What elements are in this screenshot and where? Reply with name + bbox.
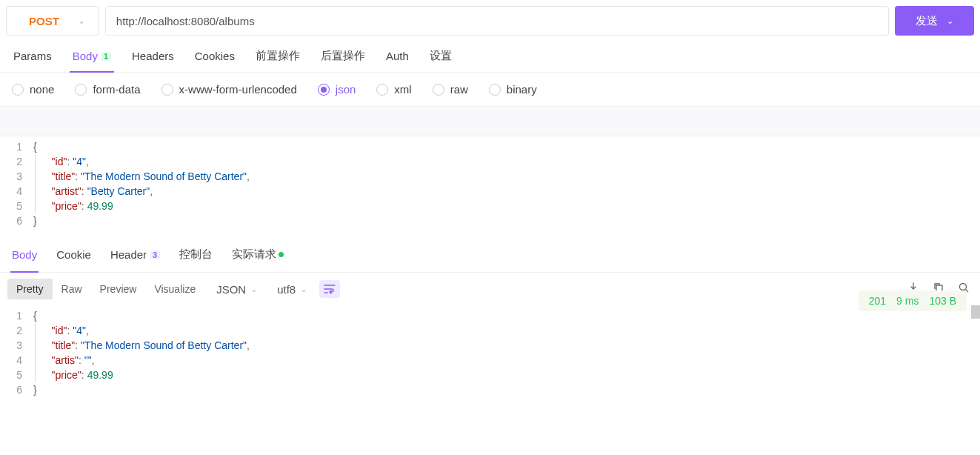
- tab-auth[interactable]: Auth: [383, 41, 412, 73]
- format-dropdown[interactable]: JSON ⌄: [209, 283, 265, 296]
- response-meta: 201 9 ms 103 B: [859, 290, 967, 311]
- tab-设置[interactable]: 设置: [427, 41, 455, 73]
- code-line: 6}: [0, 382, 980, 397]
- resp-tab-实际请求[interactable]: 实际请求: [230, 239, 285, 273]
- scrollbar-thumb[interactable]: [971, 305, 980, 319]
- chevron-down-icon: ⌄: [300, 284, 307, 294]
- url-input[interactable]: [105, 6, 889, 36]
- code-line: 2 "id": "4",: [0, 323, 980, 338]
- svg-point-1: [960, 284, 967, 290]
- response-body-viewer[interactable]: 1{2 "id": "4",3 "title": "The Modern Sou…: [0, 305, 980, 400]
- tab-headers[interactable]: Headers: [129, 41, 177, 73]
- code-line: 5 "price": 49.99: [0, 368, 980, 382]
- radio-icon: [161, 84, 173, 96]
- request-body-editor[interactable]: 1{2 "id": "4",3 "title": "The Modern Sou…: [0, 106, 980, 231]
- code-line: 3 "title": "The Modern Sound of Betty Ca…: [0, 169, 980, 184]
- radio-icon: [75, 84, 87, 96]
- editor-toolbar: [0, 107, 980, 136]
- response-size: 103 B: [929, 295, 956, 307]
- resp-tab-body[interactable]: Body: [10, 239, 39, 273]
- response-time: 9 ms: [896, 295, 919, 307]
- response-tabs: BodyCookieHeader3控制台实际请求: [0, 239, 980, 273]
- radio-icon: [318, 84, 330, 96]
- http-method-label: POST: [29, 15, 59, 27]
- send-button-label: 发送: [916, 14, 938, 28]
- resp-tab-header[interactable]: Header3: [109, 239, 161, 273]
- tab-cookies[interactable]: Cookies: [192, 41, 238, 73]
- body-type-json[interactable]: json: [318, 83, 356, 96]
- code-line: 3 "title": "The Modern Sound of Betty Ca…: [0, 338, 980, 353]
- code-line: 1{: [0, 308, 980, 323]
- radio-icon: [489, 84, 501, 96]
- view-mode-preview[interactable]: Preview: [91, 279, 146, 299]
- send-button[interactable]: 发送 ⌄: [895, 6, 974, 36]
- resp-tab-控制台[interactable]: 控制台: [178, 239, 214, 273]
- status-code: 201: [869, 295, 886, 307]
- code-line: 6}: [0, 213, 980, 228]
- body-type-radios: noneform-datax-www-form-urlencodedjsonxm…: [0, 73, 980, 106]
- tab-params[interactable]: Params: [10, 41, 55, 73]
- code-line: 4 "artist": "Betty Carter",: [0, 184, 980, 199]
- chevron-down-icon: ⌄: [250, 284, 258, 294]
- chevron-down-icon: ⌄: [78, 16, 85, 26]
- code-line: 2 "id": "4",: [0, 154, 980, 169]
- badge: 1: [101, 52, 111, 61]
- request-tabs: ParamsBody1HeadersCookies前置操作后置操作Auth设置: [0, 41, 980, 73]
- radio-icon: [12, 84, 24, 96]
- wrap-toggle-button[interactable]: [319, 280, 340, 298]
- code-line: 1{: [0, 139, 980, 154]
- http-method-select[interactable]: POST ⌄: [6, 6, 99, 36]
- body-type-none[interactable]: none: [12, 83, 54, 96]
- body-type-form-data[interactable]: form-data: [75, 83, 140, 96]
- code-line: 4 "artis": "",: [0, 353, 980, 368]
- radio-icon: [433, 84, 444, 96]
- tab-前置操作[interactable]: 前置操作: [253, 41, 303, 73]
- body-type-x-www-form-urlencoded[interactable]: x-www-form-urlencoded: [161, 83, 297, 96]
- body-type-xml[interactable]: xml: [376, 83, 411, 96]
- view-mode-raw[interactable]: Raw: [53, 279, 91, 299]
- response-view-bar: PrettyRawPreviewVisualize JSON ⌄ utf8 ⌄: [0, 273, 980, 305]
- encoding-dropdown[interactable]: utf8 ⌄: [270, 283, 315, 296]
- body-type-raw[interactable]: raw: [433, 83, 468, 96]
- view-mode-pretty[interactable]: Pretty: [7, 279, 53, 299]
- code-line: 5 "price": 49.99: [0, 199, 980, 213]
- tab-后置操作[interactable]: 后置操作: [318, 41, 368, 73]
- tab-body[interactable]: Body1: [70, 41, 114, 73]
- resp-tab-cookie[interactable]: Cookie: [55, 239, 93, 273]
- status-dot-icon: [279, 252, 284, 257]
- chevron-down-icon: ⌄: [947, 16, 953, 26]
- radio-icon: [376, 84, 388, 96]
- body-type-binary[interactable]: binary: [489, 83, 537, 96]
- wrap-icon: [324, 284, 336, 294]
- view-mode-visualize[interactable]: Visualize: [145, 279, 204, 299]
- view-mode-segment: PrettyRawPreviewVisualize: [7, 279, 204, 299]
- badge: 3: [150, 250, 160, 259]
